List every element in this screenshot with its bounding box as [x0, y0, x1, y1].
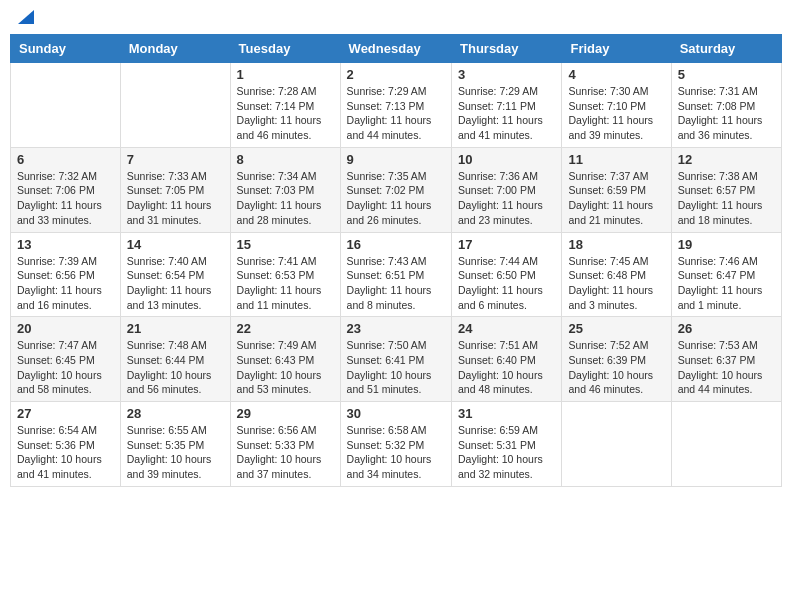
- day-info: Sunrise: 7:51 AM Sunset: 6:40 PM Dayligh…: [458, 338, 555, 397]
- day-header-monday: Monday: [120, 35, 230, 63]
- calendar-cell: 25Sunrise: 7:52 AM Sunset: 6:39 PM Dayli…: [562, 317, 671, 402]
- day-info: Sunrise: 7:36 AM Sunset: 7:00 PM Dayligh…: [458, 169, 555, 228]
- calendar-cell: 24Sunrise: 7:51 AM Sunset: 6:40 PM Dayli…: [452, 317, 562, 402]
- calendar-cell: 10Sunrise: 7:36 AM Sunset: 7:00 PM Dayli…: [452, 147, 562, 232]
- calendar-cell: 7Sunrise: 7:33 AM Sunset: 7:05 PM Daylig…: [120, 147, 230, 232]
- day-info: Sunrise: 6:55 AM Sunset: 5:35 PM Dayligh…: [127, 423, 224, 482]
- calendar-cell: 11Sunrise: 7:37 AM Sunset: 6:59 PM Dayli…: [562, 147, 671, 232]
- calendar-cell: 14Sunrise: 7:40 AM Sunset: 6:54 PM Dayli…: [120, 232, 230, 317]
- calendar-table: SundayMondayTuesdayWednesdayThursdayFrid…: [10, 34, 782, 487]
- day-info: Sunrise: 7:48 AM Sunset: 6:44 PM Dayligh…: [127, 338, 224, 397]
- day-info: Sunrise: 6:59 AM Sunset: 5:31 PM Dayligh…: [458, 423, 555, 482]
- day-number: 21: [127, 321, 224, 336]
- page-header: [10, 10, 782, 26]
- calendar-header-row: SundayMondayTuesdayWednesdayThursdayFrid…: [11, 35, 782, 63]
- calendar-cell: 26Sunrise: 7:53 AM Sunset: 6:37 PM Dayli…: [671, 317, 781, 402]
- day-info: Sunrise: 7:45 AM Sunset: 6:48 PM Dayligh…: [568, 254, 664, 313]
- calendar-week-row: 13Sunrise: 7:39 AM Sunset: 6:56 PM Dayli…: [11, 232, 782, 317]
- day-info: Sunrise: 7:37 AM Sunset: 6:59 PM Dayligh…: [568, 169, 664, 228]
- day-info: Sunrise: 7:34 AM Sunset: 7:03 PM Dayligh…: [237, 169, 334, 228]
- day-header-tuesday: Tuesday: [230, 35, 340, 63]
- day-header-friday: Friday: [562, 35, 671, 63]
- calendar-week-row: 27Sunrise: 6:54 AM Sunset: 5:36 PM Dayli…: [11, 402, 782, 487]
- calendar-cell: 9Sunrise: 7:35 AM Sunset: 7:02 PM Daylig…: [340, 147, 451, 232]
- calendar-cell: 3Sunrise: 7:29 AM Sunset: 7:11 PM Daylig…: [452, 63, 562, 148]
- day-info: Sunrise: 7:47 AM Sunset: 6:45 PM Dayligh…: [17, 338, 114, 397]
- day-number: 9: [347, 152, 445, 167]
- calendar-cell: 17Sunrise: 7:44 AM Sunset: 6:50 PM Dayli…: [452, 232, 562, 317]
- calendar-cell: [120, 63, 230, 148]
- day-number: 31: [458, 406, 555, 421]
- day-info: Sunrise: 7:30 AM Sunset: 7:10 PM Dayligh…: [568, 84, 664, 143]
- calendar-cell: 16Sunrise: 7:43 AM Sunset: 6:51 PM Dayli…: [340, 232, 451, 317]
- day-number: 24: [458, 321, 555, 336]
- day-info: Sunrise: 7:33 AM Sunset: 7:05 PM Dayligh…: [127, 169, 224, 228]
- day-number: 5: [678, 67, 775, 82]
- svg-marker-0: [18, 10, 34, 24]
- calendar-cell: 19Sunrise: 7:46 AM Sunset: 6:47 PM Dayli…: [671, 232, 781, 317]
- day-info: Sunrise: 7:38 AM Sunset: 6:57 PM Dayligh…: [678, 169, 775, 228]
- calendar-cell: 23Sunrise: 7:50 AM Sunset: 6:41 PM Dayli…: [340, 317, 451, 402]
- day-header-sunday: Sunday: [11, 35, 121, 63]
- day-number: 20: [17, 321, 114, 336]
- calendar-cell: [11, 63, 121, 148]
- day-number: 18: [568, 237, 664, 252]
- day-info: Sunrise: 7:43 AM Sunset: 6:51 PM Dayligh…: [347, 254, 445, 313]
- day-number: 4: [568, 67, 664, 82]
- day-info: Sunrise: 7:41 AM Sunset: 6:53 PM Dayligh…: [237, 254, 334, 313]
- day-info: Sunrise: 7:44 AM Sunset: 6:50 PM Dayligh…: [458, 254, 555, 313]
- calendar-cell: 2Sunrise: 7:29 AM Sunset: 7:13 PM Daylig…: [340, 63, 451, 148]
- day-info: Sunrise: 7:29 AM Sunset: 7:13 PM Dayligh…: [347, 84, 445, 143]
- day-info: Sunrise: 7:29 AM Sunset: 7:11 PM Dayligh…: [458, 84, 555, 143]
- calendar-cell: 29Sunrise: 6:56 AM Sunset: 5:33 PM Dayli…: [230, 402, 340, 487]
- day-number: 14: [127, 237, 224, 252]
- day-number: 26: [678, 321, 775, 336]
- day-number: 10: [458, 152, 555, 167]
- day-info: Sunrise: 7:39 AM Sunset: 6:56 PM Dayligh…: [17, 254, 114, 313]
- day-number: 7: [127, 152, 224, 167]
- day-number: 27: [17, 406, 114, 421]
- day-number: 13: [17, 237, 114, 252]
- calendar-week-row: 1Sunrise: 7:28 AM Sunset: 7:14 PM Daylig…: [11, 63, 782, 148]
- logo-icon: [16, 6, 36, 26]
- calendar-cell: [671, 402, 781, 487]
- day-info: Sunrise: 7:50 AM Sunset: 6:41 PM Dayligh…: [347, 338, 445, 397]
- day-header-saturday: Saturday: [671, 35, 781, 63]
- day-number: 22: [237, 321, 334, 336]
- calendar-week-row: 20Sunrise: 7:47 AM Sunset: 6:45 PM Dayli…: [11, 317, 782, 402]
- calendar-cell: [562, 402, 671, 487]
- calendar-cell: 6Sunrise: 7:32 AM Sunset: 7:06 PM Daylig…: [11, 147, 121, 232]
- day-number: 23: [347, 321, 445, 336]
- day-number: 30: [347, 406, 445, 421]
- day-header-thursday: Thursday: [452, 35, 562, 63]
- day-info: Sunrise: 7:32 AM Sunset: 7:06 PM Dayligh…: [17, 169, 114, 228]
- day-info: Sunrise: 6:56 AM Sunset: 5:33 PM Dayligh…: [237, 423, 334, 482]
- day-number: 16: [347, 237, 445, 252]
- day-number: 6: [17, 152, 114, 167]
- calendar-cell: 22Sunrise: 7:49 AM Sunset: 6:43 PM Dayli…: [230, 317, 340, 402]
- calendar-week-row: 6Sunrise: 7:32 AM Sunset: 7:06 PM Daylig…: [11, 147, 782, 232]
- day-number: 3: [458, 67, 555, 82]
- calendar-cell: 4Sunrise: 7:30 AM Sunset: 7:10 PM Daylig…: [562, 63, 671, 148]
- calendar-cell: 20Sunrise: 7:47 AM Sunset: 6:45 PM Dayli…: [11, 317, 121, 402]
- day-info: Sunrise: 7:40 AM Sunset: 6:54 PM Dayligh…: [127, 254, 224, 313]
- day-info: Sunrise: 7:35 AM Sunset: 7:02 PM Dayligh…: [347, 169, 445, 228]
- calendar-cell: 21Sunrise: 7:48 AM Sunset: 6:44 PM Dayli…: [120, 317, 230, 402]
- day-number: 28: [127, 406, 224, 421]
- day-number: 8: [237, 152, 334, 167]
- day-info: Sunrise: 7:28 AM Sunset: 7:14 PM Dayligh…: [237, 84, 334, 143]
- calendar-cell: 15Sunrise: 7:41 AM Sunset: 6:53 PM Dayli…: [230, 232, 340, 317]
- day-number: 29: [237, 406, 334, 421]
- day-info: Sunrise: 6:58 AM Sunset: 5:32 PM Dayligh…: [347, 423, 445, 482]
- day-info: Sunrise: 6:54 AM Sunset: 5:36 PM Dayligh…: [17, 423, 114, 482]
- day-number: 17: [458, 237, 555, 252]
- day-number: 11: [568, 152, 664, 167]
- calendar-cell: 31Sunrise: 6:59 AM Sunset: 5:31 PM Dayli…: [452, 402, 562, 487]
- calendar-cell: 12Sunrise: 7:38 AM Sunset: 6:57 PM Dayli…: [671, 147, 781, 232]
- calendar-cell: 8Sunrise: 7:34 AM Sunset: 7:03 PM Daylig…: [230, 147, 340, 232]
- day-info: Sunrise: 7:52 AM Sunset: 6:39 PM Dayligh…: [568, 338, 664, 397]
- calendar-cell: 5Sunrise: 7:31 AM Sunset: 7:08 PM Daylig…: [671, 63, 781, 148]
- day-header-wednesday: Wednesday: [340, 35, 451, 63]
- calendar-cell: 28Sunrise: 6:55 AM Sunset: 5:35 PM Dayli…: [120, 402, 230, 487]
- calendar-cell: 27Sunrise: 6:54 AM Sunset: 5:36 PM Dayli…: [11, 402, 121, 487]
